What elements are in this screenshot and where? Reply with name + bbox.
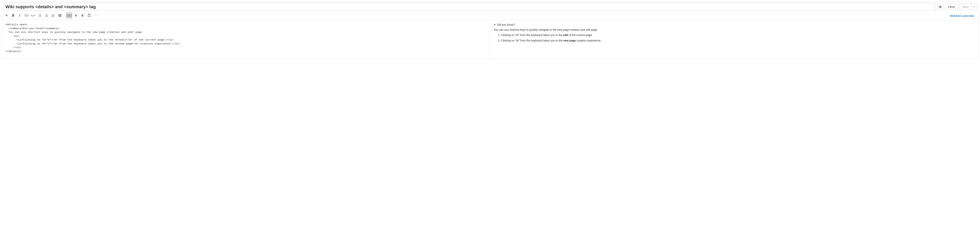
save-button-group: Save [959, 4, 977, 10]
clipboard-icon [88, 14, 91, 17]
text: from the keyboard takes you to the [520, 39, 563, 42]
svg-rect-23 [59, 14, 61, 17]
svg-point-16 [45, 16, 46, 16]
svg-point-14 [45, 14, 46, 15]
page-settings-button[interactable] [937, 4, 943, 10]
save-button[interactable]: Save [959, 4, 972, 10]
bold-button[interactable]: B [10, 12, 16, 19]
svg-point-1 [940, 6, 941, 6]
disclosure-triangle-icon: ▼ [494, 23, 496, 27]
formatting-toolbar: B I </> 1 2 3 [2, 12, 978, 20]
list-item: Clicking on "n" from the keyboard takes … [501, 39, 975, 43]
close-button[interactable]: Close [945, 4, 958, 10]
link-icon [25, 14, 28, 17]
save-dropdown-button[interactable] [972, 4, 977, 10]
text: creation experience. [576, 39, 601, 42]
italic-glyph: I [19, 14, 21, 17]
preview-list: Clicking on "e" from the keyboard takes … [494, 33, 975, 43]
more-button[interactable]: ··· [93, 12, 99, 19]
svg-point-5 [940, 7, 941, 8]
table-button[interactable] [57, 12, 63, 19]
svg-point-3 [939, 6, 940, 7]
font-color-button[interactable] [3, 12, 10, 19]
text: Clicking on [501, 39, 515, 42]
font-color-icon [5, 14, 8, 17]
summary-text: Did you know? [497, 23, 515, 27]
page-title-input[interactable] [3, 3, 935, 11]
checklist-icon [51, 14, 55, 17]
preview-intro: You can use shortcut keys to quickly nav… [494, 28, 975, 32]
unordered-list-button[interactable] [43, 12, 49, 19]
link-button[interactable] [23, 12, 30, 19]
mention-button[interactable]: # [73, 12, 79, 19]
text: of the current page. [568, 33, 592, 36]
details-summary[interactable]: ▼ Did you know? [494, 23, 975, 27]
attach-button[interactable] [80, 12, 86, 19]
ordered-list-button[interactable]: 1 2 3 [37, 12, 43, 19]
editor-split: <details open> <summary>Did you know?</s… [2, 20, 978, 59]
checklist-button[interactable] [50, 12, 56, 19]
ordered-list-icon: 1 2 3 [38, 14, 41, 17]
sliders-icon [939, 5, 942, 8]
svg-point-18 [45, 16, 46, 17]
bold-text: "n" [515, 39, 520, 42]
paste-button[interactable] [86, 12, 92, 19]
text: Clicking on [501, 33, 515, 36]
unordered-list-icon [45, 14, 48, 17]
bold-text: "e" [515, 33, 519, 36]
paperclip-icon [81, 14, 84, 17]
bold-text: edit [563, 33, 568, 36]
bold-glyph: B [12, 14, 14, 17]
markdown-source-pane[interactable]: <details open> <summary>Did you know?</s… [2, 20, 490, 59]
bold-text: new page [563, 39, 576, 42]
highlight-button[interactable]: ABC [66, 12, 72, 19]
highlight-glyph: ABC [67, 14, 72, 17]
list-item: Clicking on "e" from the keyboard takes … [501, 33, 975, 37]
preview-pane: ▼ Did you know? You can use shortcut key… [490, 20, 978, 59]
markdown-supported-link[interactable]: Markdown supported. [950, 14, 974, 17]
title-row: Close Save [2, 2, 978, 12]
text: from the keyboard takes you to the [519, 33, 563, 36]
editor-container: Close Save B I </> 1 2 [2, 2, 978, 59]
table-icon [59, 14, 61, 17]
code-button[interactable]: </> [30, 12, 36, 19]
italic-button[interactable]: I [17, 12, 23, 19]
svg-text:3: 3 [38, 16, 39, 17]
chevron-down-icon [973, 6, 975, 8]
